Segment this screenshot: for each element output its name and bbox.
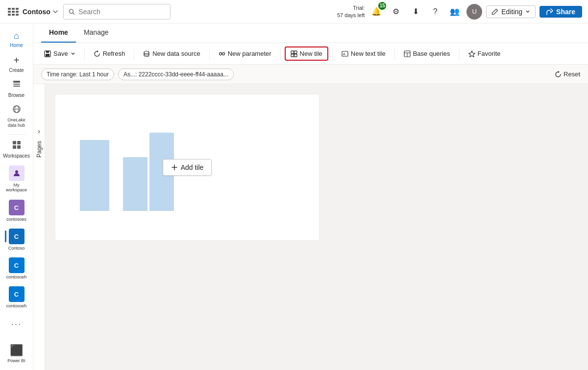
content-area: Home Manage Save Refresh New data source	[33, 23, 588, 370]
add-icon	[171, 164, 178, 171]
svg-rect-8	[13, 141, 16, 144]
svg-text:A: A	[343, 52, 345, 56]
favorite-button[interactable]: Favorite	[464, 47, 506, 60]
toolbar-sep-7	[459, 48, 460, 60]
search-input[interactable]	[78, 8, 165, 16]
reset-label: Reset	[564, 70, 580, 78]
sidebar-item-label: Home	[10, 43, 23, 48]
apps-icon[interactable]	[6, 6, 18, 18]
svg-rect-2	[13, 81, 20, 83]
contosoeh2-icon: C	[9, 286, 24, 302]
search-bar[interactable]	[63, 4, 171, 20]
svg-rect-9	[17, 141, 21, 144]
browse-icon	[12, 80, 21, 91]
sidebar-item-contosoes[interactable]: C contosoes	[3, 197, 30, 225]
share-label: Share	[556, 8, 575, 16]
parameter-icon	[219, 50, 225, 57]
svg-point-18	[222, 52, 224, 55]
new-text-tile-label: New text tile	[351, 50, 386, 57]
new-parameter-label: New parameter	[228, 50, 271, 57]
toolbar-sep-2	[134, 48, 134, 60]
powerbi-icon: ⬛	[10, 344, 23, 357]
new-datasource-button[interactable]: New data source	[138, 47, 205, 60]
pages-panel[interactable]: › Pages	[33, 84, 45, 370]
share-button[interactable]: Share	[539, 6, 582, 18]
filter-bar: Time range: Last 1 hour As...: 2222cccc-…	[33, 65, 588, 84]
avatar[interactable]: U	[466, 4, 482, 20]
share-icon	[546, 8, 553, 15]
new-text-tile-button[interactable]: A New text tile	[337, 47, 391, 60]
refresh-icon	[94, 50, 100, 57]
brand-name[interactable]: Contoso	[23, 8, 58, 16]
main-layout: ⌂ Home + Create Browse OneLake data hub	[0, 23, 588, 370]
tab-manage-label: Manage	[84, 28, 109, 36]
contosoes-icon: C	[9, 200, 24, 215]
pages-toggle-icon[interactable]: ›	[38, 123, 40, 139]
top-bar: Contoso Trial: 57 days left 🔔 15 ⚙ ⬇ ? 👥…	[0, 0, 588, 23]
editing-button[interactable]: Editing	[486, 5, 536, 18]
trial-badge: Trial: 57 days left	[337, 4, 365, 19]
asset-label: As...: 2222cccc-33dd-eeee-ff44-aaaaa...	[123, 71, 228, 78]
share-people-icon[interactable]: 👥	[447, 4, 463, 20]
sidebar-item-contosoeh2[interactable]: C contosoeh	[3, 283, 30, 311]
sidebar-item-my-workspace[interactable]: My workspace	[3, 162, 30, 196]
tile-container: Add tile	[55, 94, 319, 241]
new-tile-label: New tile	[300, 50, 322, 57]
time-range-filter[interactable]: Time range: Last 1 hour	[41, 69, 114, 80]
svg-point-16	[144, 51, 149, 53]
toolbar-sep-4	[280, 48, 281, 60]
chevron-down-icon	[525, 9, 530, 14]
left-sidebar: ⌂ Home + Create Browse OneLake data hub	[0, 23, 33, 370]
bar-2	[123, 157, 147, 211]
save-chevron-icon	[71, 51, 75, 56]
add-tile-button[interactable]: Add tile	[163, 159, 212, 176]
edit-icon	[491, 8, 498, 15]
sidebar-item-powerbi[interactable]: ⬛ Power BI	[3, 341, 30, 366]
base-queries-button[interactable]: Base queries	[399, 47, 455, 60]
home-icon: ⌂	[14, 31, 19, 41]
toolbar: Save Refresh New data source New paramet…	[33, 43, 588, 65]
sidebar-item-label: contosoeh	[6, 275, 27, 279]
settings-icon[interactable]: ⚙	[388, 4, 404, 20]
new-tile-button[interactable]: New tile	[285, 46, 328, 61]
svg-rect-3	[13, 84, 20, 85]
new-tile-icon	[291, 50, 297, 57]
svg-rect-10	[13, 145, 16, 149]
sidebar-item-label: contosoeh	[6, 303, 27, 308]
save-button[interactable]: Save	[39, 47, 80, 60]
refresh-button[interactable]: Refresh	[89, 47, 130, 60]
datasource-icon	[143, 50, 150, 57]
asset-filter[interactable]: As...: 2222cccc-33dd-eeee-ff44-aaaaa...	[118, 69, 234, 80]
tab-home[interactable]: Home	[41, 23, 76, 43]
bar-group-1	[75, 140, 109, 211]
top-bar-right: Trial: 57 days left 🔔 15 ⚙ ⬇ ? 👥 U Editi…	[337, 4, 582, 20]
sidebar-item-label: contosoes	[6, 217, 26, 222]
favorite-icon	[468, 50, 475, 57]
canvas-area: › Pages	[33, 84, 588, 370]
workspaces-icon	[12, 140, 21, 152]
help-icon[interactable]: ?	[427, 4, 443, 20]
sidebar-item-home[interactable]: ⌂ Home	[3, 27, 30, 51]
sidebar-item-browse[interactable]: Browse	[3, 77, 30, 101]
download-icon[interactable]: ⬇	[408, 4, 423, 20]
sidebar-item-more[interactable]: ···	[3, 312, 30, 336]
sidebar-item-contoso[interactable]: C Contoso	[3, 226, 30, 254]
reset-icon	[555, 71, 562, 78]
tab-manage[interactable]: Manage	[76, 23, 117, 43]
sidebar-item-create[interactable]: + Create	[3, 52, 30, 76]
sidebar-item-contosoeh1[interactable]: C contosoeh	[3, 254, 30, 282]
sidebar-item-onelake[interactable]: OneLake data hub	[3, 102, 30, 131]
sidebar-item-workspaces[interactable]: Workspaces	[3, 138, 30, 162]
my-workspace-icon	[9, 165, 24, 181]
sidebar-item-label: Contoso	[8, 246, 25, 251]
refresh-label: Refresh	[103, 50, 125, 57]
reset-button[interactable]: Reset	[555, 70, 580, 78]
new-parameter-button[interactable]: New parameter	[214, 47, 276, 60]
notification-count: 15	[378, 2, 386, 10]
base-queries-label: Base queries	[413, 50, 450, 57]
notification-button[interactable]: 🔔 15	[368, 4, 384, 20]
sidebar-item-label: Workspaces	[3, 153, 30, 159]
toolbar-sep-5	[332, 48, 333, 60]
onelake-icon	[12, 105, 21, 116]
dashboard-canvas: Add tile	[45, 84, 588, 370]
